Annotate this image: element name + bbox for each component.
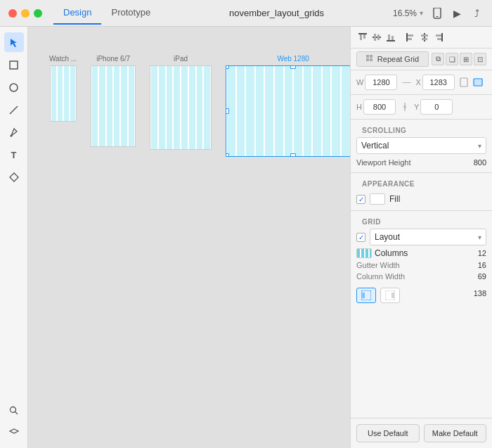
align-right-icon[interactable]: [432, 31, 445, 44]
x-input[interactable]: [422, 75, 455, 90]
cursor-tool[interactable]: [4, 32, 24, 52]
align-left-icon[interactable]: [404, 31, 417, 44]
scrolling-header: SCROLLING: [356, 122, 486, 137]
handle-bl[interactable]: [226, 153, 229, 157]
gutter-label: Gutter Width: [356, 261, 400, 269]
scrolling-dropdown[interactable]: Vertical ▾: [356, 137, 486, 154]
layout-dropdown[interactable]: Layout ▾: [370, 229, 486, 245]
x-label: X: [415, 78, 420, 87]
right-panel: Repeat Grid ⧉ ❑ ⊞ ⊡ W — X: [350, 27, 492, 448]
viewport-value: 800: [474, 158, 486, 167]
svg-rect-26: [422, 38, 427, 40]
zoom-chevron-icon: ▾: [420, 9, 423, 17]
align-bottom-icon[interactable]: [384, 31, 397, 44]
svg-rect-14: [363, 34, 365, 39]
artboard-frame-iphone[interactable]: [91, 65, 136, 147]
appearance-section: APPEARANCE Fill: [351, 173, 492, 211]
layout-value: Layout: [375, 232, 400, 242]
scrolling-value: Vertical: [361, 141, 389, 151]
copy-button-2[interactable]: ❑: [446, 53, 458, 65]
copy-button-4[interactable]: ⊡: [474, 53, 486, 65]
svg-rect-12: [358, 33, 367, 34]
artboard-label-iphone: iPhone 6/7: [96, 55, 130, 63]
portrait-icon[interactable]: [459, 77, 469, 87]
handle-bm[interactable]: [290, 153, 296, 157]
align-middle-icon[interactable]: [370, 31, 383, 44]
svg-line-9: [15, 411, 18, 414]
text-tool[interactable]: T: [4, 145, 24, 165]
dimensions-row-2: H Y: [351, 95, 492, 120]
artboard-frame-web1280[interactable]: [226, 65, 350, 157]
columns-value: 12: [478, 249, 486, 257]
zoom-tool[interactable]: [4, 400, 24, 420]
file-title: november_layout_grids: [160, 8, 393, 18]
columns-icon: [356, 248, 372, 258]
handle-ml[interactable]: [226, 108, 229, 114]
copy-button-1[interactable]: ⧉: [432, 53, 444, 65]
artboard-label-ipad: iPad: [174, 55, 188, 63]
svg-rect-24: [424, 33, 425, 41]
svg-rect-34: [460, 78, 467, 87]
artboard-frame-watch[interactable]: [50, 65, 77, 122]
grid-side-value: 138: [474, 289, 486, 297]
columns-label: Columns: [375, 248, 408, 258]
component-tool[interactable]: [4, 167, 24, 187]
svg-rect-16: [374, 34, 376, 41]
handle-tm[interactable]: [290, 65, 296, 69]
y-label: Y: [414, 103, 419, 111]
copy-button-3[interactable]: ⊞: [460, 53, 472, 65]
tab-prototype[interactable]: Prototype: [101, 1, 160, 25]
width-input[interactable]: [365, 75, 397, 90]
line-tool[interactable]: [4, 100, 24, 120]
fill-color-swatch[interactable]: [370, 193, 385, 205]
layers-tool[interactable]: [4, 423, 24, 442]
svg-point-6: [11, 135, 13, 137]
svg-point-4: [10, 84, 18, 91]
svg-rect-27: [441, 33, 443, 41]
mobile-icon[interactable]: [430, 8, 444, 19]
handle-tl[interactable]: [226, 65, 229, 69]
svg-rect-25: [421, 34, 428, 37]
grid-section: GRID Layout ▾ Columns 12 Gutter Width 16: [351, 211, 492, 309]
play-icon[interactable]: ▶: [450, 8, 464, 19]
landscape-icon[interactable]: [473, 77, 483, 87]
grid-side-left-icon[interactable]: [356, 288, 376, 303]
zoom-value: 16.5%: [393, 8, 417, 18]
scrolling-section: SCROLLING Vertical ▾ Viewport Height 800: [351, 120, 492, 173]
share-icon[interactable]: ⤴: [470, 8, 484, 19]
svg-rect-19: [388, 34, 390, 40]
y-input[interactable]: [420, 99, 453, 115]
artboard-ipad: iPad: [150, 55, 212, 150]
repeat-grid-button[interactable]: Repeat Grid: [356, 51, 429, 67]
artboard-frame-ipad[interactable]: [150, 65, 212, 150]
viewport-row: Viewport Height 800: [356, 158, 486, 167]
close-button[interactable]: [8, 9, 17, 18]
grid-checkbox[interactable]: [356, 233, 365, 242]
svg-rect-21: [406, 33, 408, 41]
grid-side-right-icon[interactable]: [380, 288, 400, 303]
repeat-grid-label: Repeat Grid: [377, 55, 419, 63]
align-center-icon[interactable]: [418, 31, 431, 44]
grid-bottom-row: 138: [356, 283, 486, 303]
height-input[interactable]: [363, 99, 396, 115]
ellipse-tool[interactable]: [4, 77, 24, 97]
pen-tool[interactable]: [4, 122, 24, 142]
artboard-iphone: iPhone 6/7: [91, 55, 136, 147]
align-top-icon[interactable]: [356, 31, 369, 44]
fill-checkbox[interactable]: [356, 195, 365, 204]
viewport-label: Viewport Height: [356, 158, 410, 167]
title-bar: Design Prototype november_layout_grids 1…: [0, 0, 492, 27]
svg-rect-23: [408, 38, 412, 40]
column-width-label: Column Width: [356, 272, 405, 281]
rectangle-tool[interactable]: [4, 55, 24, 75]
zoom-control[interactable]: 16.5% ▾: [393, 8, 423, 18]
make-default-button[interactable]: Make Default: [424, 424, 487, 442]
svg-line-5: [10, 106, 18, 114]
tab-design[interactable]: Design: [53, 1, 101, 25]
grid-layout-row: Layout ▾: [356, 229, 486, 245]
svg-rect-39: [362, 293, 365, 298]
canvas-area[interactable]: Watch ... iPhone 6/7: [28, 27, 350, 448]
maximize-button[interactable]: [34, 9, 42, 18]
use-default-button[interactable]: Use Default: [356, 424, 420, 442]
minimize-button[interactable]: [21, 9, 30, 18]
